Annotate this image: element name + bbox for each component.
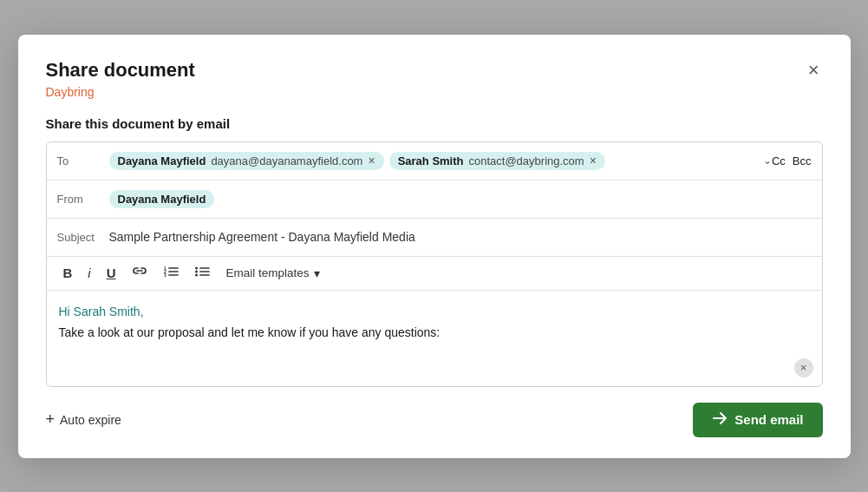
scroll-close-button[interactable]: × bbox=[794, 358, 813, 377]
toolbar: B i U 1 2 3 bbox=[47, 257, 822, 291]
close-button[interactable]: × bbox=[805, 59, 823, 82]
bold-button[interactable]: B bbox=[57, 262, 79, 285]
unordered-list-button[interactable] bbox=[188, 262, 216, 285]
to-dropdown-arrow[interactable]: ⌄ bbox=[763, 154, 772, 167]
email-templates-arrow: ▾ bbox=[314, 266, 320, 280]
underline-button[interactable]: U bbox=[101, 262, 122, 285]
email-templates-label: Email templates bbox=[226, 266, 310, 279]
modal-title: Share document bbox=[46, 59, 195, 82]
section-heading: Share this document by email bbox=[46, 116, 823, 131]
modal-overlay: Share document × Daybring Share this doc… bbox=[0, 0, 868, 492]
to-label: To bbox=[57, 154, 109, 167]
auto-expire-plus-icon: + bbox=[46, 410, 55, 429]
from-content: Dayana Mayfield bbox=[109, 190, 812, 208]
modal-header: Share document × bbox=[46, 59, 823, 82]
email-templates-button[interactable]: Email templates ▾ bbox=[219, 263, 327, 284]
sender-name: Dayana Mayfield bbox=[118, 193, 206, 206]
share-document-modal: Share document × Daybring Share this doc… bbox=[18, 35, 851, 458]
body-line-1: Hi Sarah Smith, bbox=[59, 305, 810, 318]
recipient-email-2: contact@daybring.com bbox=[469, 154, 584, 167]
recipient-tag-1: Dayana Mayfield dayana@dayanamayfield.co… bbox=[109, 152, 384, 170]
send-icon bbox=[712, 411, 728, 429]
link-icon bbox=[132, 266, 147, 278]
body-line-2: Take a look at our proposal and let me k… bbox=[59, 325, 810, 339]
subject-input[interactable] bbox=[109, 230, 812, 244]
email-form: To Dayana Mayfield dayana@dayanamayfield… bbox=[46, 141, 823, 387]
auto-expire-label: Auto expire bbox=[60, 413, 121, 427]
cc-link[interactable]: Cc bbox=[772, 154, 786, 167]
send-arrow-icon bbox=[712, 411, 728, 425]
from-row: From Dayana Mayfield bbox=[47, 180, 822, 219]
cc-bcc-controls: Cc Bcc bbox=[772, 154, 812, 167]
subject-label: Subject bbox=[57, 231, 109, 244]
send-email-button[interactable]: Send email bbox=[693, 403, 822, 437]
modal-footer: + Auto expire Send email bbox=[46, 403, 823, 437]
auto-expire-button[interactable]: + Auto expire bbox=[46, 410, 121, 429]
remove-recipient-1[interactable]: × bbox=[368, 154, 375, 167]
remove-recipient-2[interactable]: × bbox=[590, 154, 597, 167]
body-area[interactable]: Hi Sarah Smith, Take a look at our propo… bbox=[47, 291, 822, 386]
svg-text:3: 3 bbox=[164, 272, 166, 277]
recipient-name-2: Sarah Smith bbox=[398, 154, 464, 167]
ordered-list-button[interactable]: 1 2 3 bbox=[157, 262, 185, 285]
unordered-list-icon bbox=[194, 266, 210, 278]
sender-tag: Dayana Mayfield bbox=[109, 190, 215, 208]
brand-label: Daybring bbox=[46, 85, 823, 99]
svg-point-10 bbox=[195, 270, 198, 272]
to-row: To Dayana Mayfield dayana@dayanamayfield… bbox=[47, 142, 822, 180]
recipient-tag-2: Sarah Smith contact@daybring.com × bbox=[389, 152, 605, 170]
svg-point-11 bbox=[195, 273, 198, 276]
send-email-label: Send email bbox=[734, 412, 803, 427]
subject-row: Subject bbox=[47, 219, 822, 257]
recipient-email-1: dayana@dayanamayfield.com bbox=[211, 154, 362, 167]
to-recipients: Dayana Mayfield dayana@dayanamayfield.co… bbox=[109, 152, 760, 170]
from-label: From bbox=[57, 193, 109, 206]
bcc-link[interactable]: Bcc bbox=[793, 154, 812, 167]
svg-point-9 bbox=[195, 266, 198, 269]
recipient-name-1: Dayana Mayfield bbox=[118, 154, 206, 167]
link-button[interactable] bbox=[126, 262, 153, 285]
italic-button[interactable]: i bbox=[82, 262, 96, 285]
ordered-list-icon: 1 2 3 bbox=[163, 266, 179, 278]
